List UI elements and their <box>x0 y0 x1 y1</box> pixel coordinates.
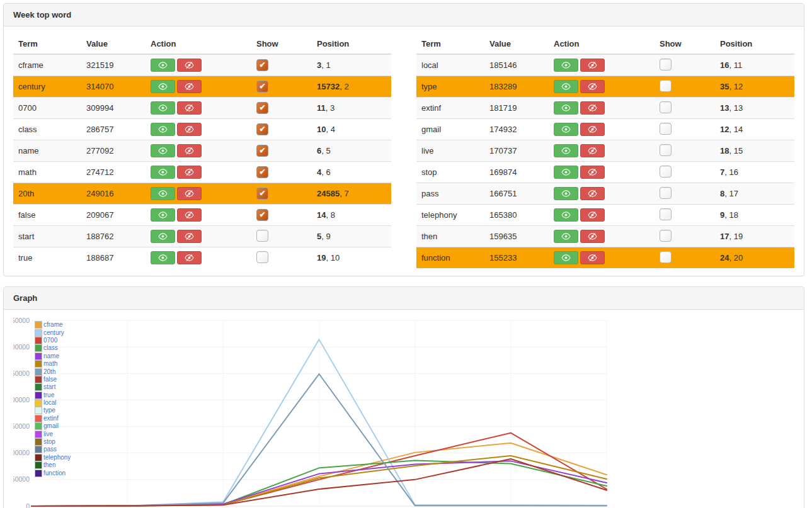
show-button[interactable] <box>151 101 175 115</box>
show-button[interactable] <box>151 230 175 243</box>
position-cell: 15732, 2 <box>312 76 391 98</box>
position-cell: 6, 5 <box>312 140 391 162</box>
legend-item-type[interactable]: type <box>35 407 71 414</box>
show-button[interactable] <box>151 80 175 93</box>
legend-item-20th[interactable]: 20th <box>35 368 71 375</box>
hide-button[interactable] <box>580 123 605 136</box>
hide-button[interactable] <box>580 230 605 243</box>
legend-item-extinf[interactable]: extinf <box>35 415 71 422</box>
hide-button[interactable] <box>177 208 202 222</box>
show-checkbox[interactable] <box>256 230 268 242</box>
panel-title: Graph <box>4 287 804 310</box>
hide-button[interactable] <box>177 166 202 179</box>
legend-item-century[interactable]: century <box>35 329 71 336</box>
hide-button[interactable] <box>580 59 605 72</box>
show-checkbox[interactable]: ✔ <box>256 59 268 71</box>
legend-item-stop[interactable]: stop <box>35 438 71 446</box>
show-button[interactable] <box>554 101 578 115</box>
legend-item-false[interactable]: false <box>35 376 71 383</box>
show-checkbox[interactable] <box>660 144 672 156</box>
legend-item-telephony[interactable]: telephony <box>35 454 71 461</box>
show-checkbox[interactable] <box>660 123 672 135</box>
show-checkbox[interactable]: ✔ <box>256 102 268 114</box>
show-checkbox[interactable] <box>660 80 672 92</box>
legend-item-function[interactable]: function <box>35 469 71 477</box>
legend-item-then[interactable]: then <box>35 461 71 469</box>
show-button[interactable] <box>151 166 175 179</box>
hide-button[interactable] <box>177 59 202 72</box>
show-button[interactable] <box>151 59 175 72</box>
hide-button[interactable] <box>580 166 605 179</box>
eye-icon <box>561 233 571 240</box>
show-button[interactable] <box>554 80 578 93</box>
show-checkbox[interactable]: ✔ <box>256 145 268 157</box>
show-button[interactable] <box>151 187 175 200</box>
show-checkbox[interactable]: ✔ <box>256 81 268 93</box>
legend-item-true[interactable]: true <box>35 392 71 399</box>
y-axis-tick-label: 200000 <box>13 396 30 404</box>
legend-item-local[interactable]: local <box>35 399 71 407</box>
chart-legend: cframe century 0700 class name math 20th… <box>35 321 71 477</box>
hide-button[interactable] <box>580 208 605 222</box>
show-checkbox[interactable]: ✔ <box>256 188 268 200</box>
hide-button[interactable] <box>177 80 202 93</box>
legend-item-name[interactable]: name <box>35 353 71 360</box>
hide-button[interactable] <box>177 187 202 200</box>
show-checkbox[interactable] <box>660 251 672 263</box>
show-button[interactable] <box>554 251 578 264</box>
y-axis-tick-label: 100000 <box>13 449 30 456</box>
legend-item-cframe[interactable]: cframe <box>35 321 71 329</box>
legend-item-pass[interactable]: pass <box>35 446 71 453</box>
show-checkbox[interactable] <box>660 59 672 71</box>
position-cell: 4, 6 <box>312 162 391 183</box>
value-cell: 174932 <box>484 119 549 140</box>
hide-button[interactable] <box>580 101 605 115</box>
hide-button[interactable] <box>177 251 202 264</box>
show-checkbox[interactable] <box>660 230 672 242</box>
show-button[interactable] <box>151 251 175 264</box>
value-cell: 209067 <box>81 205 146 226</box>
hide-button[interactable] <box>177 230 202 243</box>
legend-item-start[interactable]: start <box>35 383 71 391</box>
legend-item-0700[interactable]: 0700 <box>35 337 71 344</box>
hide-button[interactable] <box>177 123 202 136</box>
show-checkbox[interactable] <box>660 166 672 178</box>
hide-button[interactable] <box>580 144 605 157</box>
show-button[interactable] <box>554 144 578 157</box>
legend-item-live[interactable]: live <box>35 430 71 437</box>
eye-slash-icon <box>185 62 194 69</box>
show-button[interactable] <box>151 144 175 157</box>
hide-button[interactable] <box>177 144 202 157</box>
show-button[interactable] <box>554 166 578 179</box>
legend-item-math[interactable]: math <box>35 360 71 368</box>
table-row: math 274712 ✔ 4, 6 <box>13 162 391 183</box>
show-button[interactable] <box>554 123 578 136</box>
show-checkbox[interactable] <box>660 101 672 113</box>
show-checkbox[interactable] <box>660 208 672 220</box>
show-button[interactable] <box>554 187 578 200</box>
hide-button[interactable] <box>580 80 605 93</box>
show-button[interactable] <box>554 59 578 72</box>
show-button[interactable] <box>151 208 175 222</box>
show-checkbox[interactable]: ✔ <box>256 166 268 178</box>
legend-swatch <box>35 415 42 422</box>
show-checkbox[interactable] <box>660 187 672 199</box>
hide-button[interactable] <box>177 101 202 115</box>
value-cell: 309994 <box>81 98 146 119</box>
eye-icon <box>561 62 571 69</box>
hide-button[interactable] <box>580 187 605 200</box>
show-button[interactable] <box>151 123 175 136</box>
legend-item-class[interactable]: class <box>35 344 71 352</box>
value-cell: 170737 <box>484 140 549 162</box>
show-checkbox[interactable]: ✔ <box>256 123 268 135</box>
show-checkbox[interactable]: ✔ <box>256 209 268 221</box>
eye-slash-icon <box>185 212 194 218</box>
action-cell <box>549 162 655 183</box>
show-cell: ✔ <box>251 205 312 226</box>
hide-button[interactable] <box>580 251 605 264</box>
value-cell: 274712 <box>81 162 146 183</box>
show-checkbox[interactable] <box>256 251 268 263</box>
legend-item-gmail[interactable]: gmail <box>35 422 71 430</box>
show-button[interactable] <box>554 230 578 243</box>
show-button[interactable] <box>554 208 578 222</box>
